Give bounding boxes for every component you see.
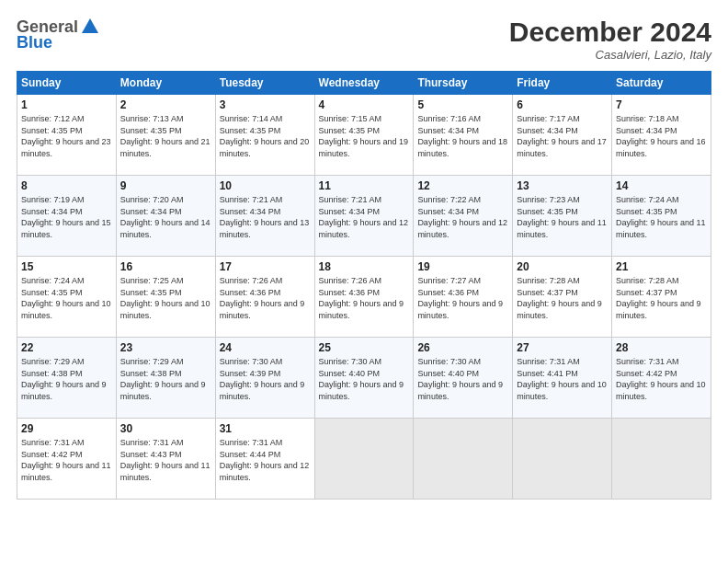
table-row: 25 Sunrise: 7:30 AMSunset: 4:40 PMDaylig…	[314, 338, 414, 419]
table-row: 17 Sunrise: 7:26 AMSunset: 4:36 PMDaylig…	[215, 257, 314, 338]
day-number: 1	[21, 98, 112, 111]
table-row: 9 Sunrise: 7:20 AMSunset: 4:34 PMDayligh…	[116, 176, 215, 257]
day-info: Sunrise: 7:28 AMSunset: 4:37 PMDaylight:…	[517, 275, 608, 321]
day-info: Sunrise: 7:21 AMSunset: 4:34 PMDaylight:…	[220, 194, 311, 240]
day-number: 20	[517, 260, 608, 273]
day-number: 5	[417, 98, 508, 111]
day-number: 24	[220, 341, 311, 354]
table-row: 15 Sunrise: 7:24 AMSunset: 4:35 PMDaylig…	[17, 257, 117, 338]
day-number: 31	[220, 422, 311, 435]
day-info: Sunrise: 7:27 AMSunset: 4:36 PMDaylight:…	[417, 275, 508, 321]
svg-marker-0	[82, 18, 98, 33]
day-info: Sunrise: 7:26 AMSunset: 4:36 PMDaylight:…	[220, 275, 311, 321]
table-row	[513, 419, 612, 500]
logo-blue-text: Blue	[17, 33, 52, 52]
day-info: Sunrise: 7:15 AMSunset: 4:35 PMDaylight:…	[319, 113, 410, 159]
table-row: 19 Sunrise: 7:27 AMSunset: 4:36 PMDaylig…	[414, 257, 513, 338]
day-number: 19	[417, 260, 508, 273]
col-thursday: Thursday	[414, 72, 513, 95]
day-info: Sunrise: 7:22 AMSunset: 4:34 PMDaylight:…	[417, 194, 508, 240]
table-row: 5 Sunrise: 7:16 AMSunset: 4:34 PMDayligh…	[414, 95, 513, 176]
logo: General Blue	[17, 17, 100, 52]
table-row: 13 Sunrise: 7:23 AMSunset: 4:35 PMDaylig…	[513, 176, 612, 257]
day-info: Sunrise: 7:30 AMSunset: 4:40 PMDaylight:…	[319, 356, 410, 402]
table-row: 24 Sunrise: 7:30 AMSunset: 4:39 PMDaylig…	[215, 338, 314, 419]
day-info: Sunrise: 7:24 AMSunset: 4:35 PMDaylight:…	[616, 194, 707, 240]
title-block: December 2024 Casalvieri, Lazio, Italy	[509, 17, 711, 62]
table-row: 6 Sunrise: 7:17 AMSunset: 4:34 PMDayligh…	[513, 95, 612, 176]
day-info: Sunrise: 7:29 AMSunset: 4:38 PMDaylight:…	[120, 356, 211, 402]
table-row: 29 Sunrise: 7:31 AMSunset: 4:42 PMDaylig…	[17, 419, 117, 500]
day-number: 8	[21, 179, 112, 192]
month-title: December 2024	[509, 17, 711, 48]
day-info: Sunrise: 7:18 AMSunset: 4:34 PMDaylight:…	[616, 113, 707, 159]
day-number: 21	[616, 260, 707, 273]
day-info: Sunrise: 7:30 AMSunset: 4:39 PMDaylight:…	[220, 356, 311, 402]
day-number: 7	[616, 98, 707, 111]
table-row: 28 Sunrise: 7:31 AMSunset: 4:42 PMDaylig…	[612, 338, 711, 419]
day-number: 15	[21, 260, 112, 273]
calendar-table: Sunday Monday Tuesday Wednesday Thursday…	[17, 71, 711, 500]
day-info: Sunrise: 7:31 AMSunset: 4:44 PMDaylight:…	[220, 437, 311, 483]
calendar-week-row: 1 Sunrise: 7:12 AMSunset: 4:35 PMDayligh…	[17, 95, 711, 176]
day-info: Sunrise: 7:26 AMSunset: 4:36 PMDaylight:…	[319, 275, 410, 321]
day-number: 10	[220, 179, 311, 192]
day-number: 29	[21, 422, 112, 435]
day-info: Sunrise: 7:16 AMSunset: 4:34 PMDaylight:…	[417, 113, 508, 159]
day-number: 25	[319, 341, 410, 354]
day-info: Sunrise: 7:24 AMSunset: 4:35 PMDaylight:…	[21, 275, 112, 321]
day-number: 28	[616, 341, 707, 354]
calendar-header-row: Sunday Monday Tuesday Wednesday Thursday…	[17, 72, 711, 95]
day-info: Sunrise: 7:31 AMSunset: 4:42 PMDaylight:…	[21, 437, 112, 483]
day-number: 30	[120, 422, 211, 435]
table-row: 21 Sunrise: 7:28 AMSunset: 4:37 PMDaylig…	[612, 257, 711, 338]
table-row: 22 Sunrise: 7:29 AMSunset: 4:38 PMDaylig…	[17, 338, 117, 419]
day-number: 17	[220, 260, 311, 273]
table-row	[612, 419, 711, 500]
table-row: 23 Sunrise: 7:29 AMSunset: 4:38 PMDaylig…	[116, 338, 215, 419]
day-number: 26	[417, 341, 508, 354]
day-number: 6	[517, 98, 608, 111]
table-row: 7 Sunrise: 7:18 AMSunset: 4:34 PMDayligh…	[612, 95, 711, 176]
day-number: 2	[120, 98, 211, 111]
table-row: 30 Sunrise: 7:31 AMSunset: 4:43 PMDaylig…	[116, 419, 215, 500]
logo-icon	[80, 17, 100, 37]
table-row: 11 Sunrise: 7:21 AMSunset: 4:34 PMDaylig…	[314, 176, 414, 257]
day-info: Sunrise: 7:19 AMSunset: 4:34 PMDaylight:…	[21, 194, 112, 240]
day-info: Sunrise: 7:30 AMSunset: 4:40 PMDaylight:…	[417, 356, 508, 402]
table-row: 10 Sunrise: 7:21 AMSunset: 4:34 PMDaylig…	[215, 176, 314, 257]
table-row	[314, 419, 414, 500]
calendar-week-row: 15 Sunrise: 7:24 AMSunset: 4:35 PMDaylig…	[17, 257, 711, 338]
day-number: 12	[417, 179, 508, 192]
table-row: 20 Sunrise: 7:28 AMSunset: 4:37 PMDaylig…	[513, 257, 612, 338]
table-row: 8 Sunrise: 7:19 AMSunset: 4:34 PMDayligh…	[17, 176, 117, 257]
day-number: 27	[517, 341, 608, 354]
day-number: 4	[319, 98, 410, 111]
calendar-week-row: 29 Sunrise: 7:31 AMSunset: 4:42 PMDaylig…	[17, 419, 711, 500]
page-header: General Blue December 2024 Casalvieri, L…	[17, 17, 711, 62]
day-number: 9	[120, 179, 211, 192]
table-row: 3 Sunrise: 7:14 AMSunset: 4:35 PMDayligh…	[215, 95, 314, 176]
table-row: 1 Sunrise: 7:12 AMSunset: 4:35 PMDayligh…	[17, 95, 117, 176]
day-info: Sunrise: 7:21 AMSunset: 4:34 PMDaylight:…	[319, 194, 410, 240]
day-info: Sunrise: 7:31 AMSunset: 4:42 PMDaylight:…	[616, 356, 707, 402]
calendar-week-row: 8 Sunrise: 7:19 AMSunset: 4:34 PMDayligh…	[17, 176, 711, 257]
day-number: 3	[220, 98, 311, 111]
col-tuesday: Tuesday	[215, 72, 314, 95]
col-sunday: Sunday	[17, 72, 117, 95]
table-row: 12 Sunrise: 7:22 AMSunset: 4:34 PMDaylig…	[414, 176, 513, 257]
col-monday: Monday	[116, 72, 215, 95]
day-info: Sunrise: 7:28 AMSunset: 4:37 PMDaylight:…	[616, 275, 707, 321]
table-row: 31 Sunrise: 7:31 AMSunset: 4:44 PMDaylig…	[215, 419, 314, 500]
day-number: 16	[120, 260, 211, 273]
day-info: Sunrise: 7:13 AMSunset: 4:35 PMDaylight:…	[120, 113, 211, 159]
day-number: 23	[120, 341, 211, 354]
location: Casalvieri, Lazio, Italy	[509, 48, 711, 62]
table-row: 16 Sunrise: 7:25 AMSunset: 4:35 PMDaylig…	[116, 257, 215, 338]
table-row: 27 Sunrise: 7:31 AMSunset: 4:41 PMDaylig…	[513, 338, 612, 419]
table-row	[414, 419, 513, 500]
table-row: 2 Sunrise: 7:13 AMSunset: 4:35 PMDayligh…	[116, 95, 215, 176]
table-row: 4 Sunrise: 7:15 AMSunset: 4:35 PMDayligh…	[314, 95, 414, 176]
day-info: Sunrise: 7:23 AMSunset: 4:35 PMDaylight:…	[517, 194, 608, 240]
table-row: 14 Sunrise: 7:24 AMSunset: 4:35 PMDaylig…	[612, 176, 711, 257]
